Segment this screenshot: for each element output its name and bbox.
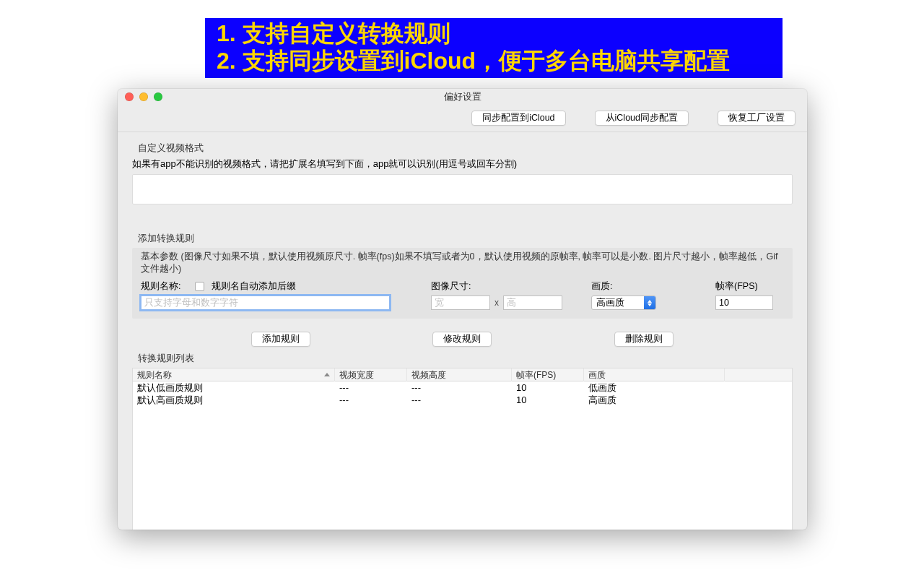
table-row[interactable]: 默认高画质规则------10高画质	[133, 394, 792, 406]
toolbar: 同步配置到iCloud 从iCloud同步配置 恢复工厂设置	[118, 105, 807, 132]
minimize-icon[interactable]	[139, 92, 148, 101]
height-input[interactable]	[503, 296, 562, 310]
custom-format-input[interactable]	[132, 174, 793, 204]
custom-format-hint: 如果有app不能识别的视频格式，请把扩展名填写到下面，app就可以识别(用逗号或…	[132, 158, 793, 171]
width-input[interactable]	[431, 296, 490, 310]
titlebar: 偏好设置	[118, 89, 807, 105]
col-rule-name[interactable]: 规则名称	[133, 368, 335, 381]
dimension-x: x	[494, 298, 499, 308]
table-row[interactable]: 默认低画质规则------10低画质	[133, 381, 792, 394]
cell-height: ---	[407, 381, 512, 394]
rule-list-label: 转换规则列表	[132, 353, 793, 365]
rule-table: 规则名称 视频宽度 视频高度 帧率(FPS) 画质 默认低画质规则------1…	[132, 368, 793, 530]
rule-params-box: 基本参数 (图像尺寸如果不填，默认使用视频原尺寸. 帧率(fps)如果不填写或者…	[132, 248, 793, 319]
quality-value: 高画质	[596, 297, 624, 309]
banner-line1: 1. 支持自定义转换规则	[217, 20, 771, 47]
size-label: 图像尺寸:	[431, 280, 575, 293]
modify-rule-button[interactable]: 修改规则	[432, 332, 492, 347]
close-icon[interactable]	[125, 92, 134, 101]
rule-name-label: 规则名称:	[141, 280, 180, 293]
cell-name: 默认高画质规则	[133, 394, 335, 406]
cell-width: ---	[335, 381, 407, 394]
restore-defaults-button[interactable]: 恢复工厂设置	[718, 111, 796, 126]
rule-action-row: 添加规则 修改规则 删除规则	[132, 319, 793, 353]
zoom-icon[interactable]	[154, 92, 162, 101]
rule-params-note: 基本参数 (图像尺寸如果不填，默认使用视频原尺寸. 帧率(fps)如果不填写或者…	[141, 248, 784, 280]
sort-asc-icon	[324, 373, 330, 376]
table-body: 默认低画质规则------10低画质默认高画质规则------10高画质	[133, 381, 792, 406]
cell-quality: 高画质	[584, 394, 725, 406]
fps-input[interactable]	[715, 296, 773, 310]
col-fps[interactable]: 帧率(FPS)	[512, 368, 584, 381]
sync-to-icloud-button[interactable]: 同步配置到iCloud	[471, 111, 565, 126]
col-quality[interactable]: 画质	[584, 368, 725, 381]
window-controls	[125, 92, 162, 101]
cell-quality: 低画质	[584, 381, 725, 394]
col-spacer	[725, 368, 792, 381]
quality-select[interactable]: 高画质	[591, 296, 656, 310]
banner-line2: 2. 支持同步设置到iCloud，便于多台电脑共享配置	[217, 47, 771, 74]
sync-from-icloud-button[interactable]: 从iCloud同步配置	[595, 111, 689, 126]
col-width[interactable]: 视频宽度	[335, 368, 407, 381]
auto-suffix-checkbox[interactable]	[195, 282, 204, 291]
window-title: 偏好设置	[444, 91, 481, 102]
delete-rule-button[interactable]: 删除规则	[614, 332, 674, 347]
preferences-window: 偏好设置 同步配置到iCloud 从iCloud同步配置 恢复工厂设置 自定义视…	[118, 89, 807, 530]
feature-banner: 1. 支持自定义转换规则 2. 支持同步设置到iCloud，便于多台电脑共享配置	[205, 18, 783, 78]
rule-name-input[interactable]	[141, 296, 390, 310]
cell-fps: 10	[512, 381, 584, 394]
add-rule-button[interactable]: 添加规则	[251, 332, 310, 347]
cell-width: ---	[335, 394, 407, 406]
auto-suffix-label: 规则名自动添加后缀	[212, 280, 296, 293]
fps-label: 帧率(FPS)	[715, 280, 802, 293]
cell-height: ---	[407, 394, 512, 406]
col-height[interactable]: 视频高度	[407, 368, 512, 381]
add-rule-label: 添加转换规则	[132, 233, 793, 245]
quality-label: 画质:	[591, 280, 699, 293]
select-arrows-icon	[644, 296, 655, 309]
custom-format-label: 自定义视频格式	[132, 142, 793, 155]
table-header: 规则名称 视频宽度 视频高度 帧率(FPS) 画质	[133, 368, 792, 381]
cell-name: 默认低画质规则	[133, 381, 335, 394]
cell-fps: 10	[512, 394, 584, 406]
